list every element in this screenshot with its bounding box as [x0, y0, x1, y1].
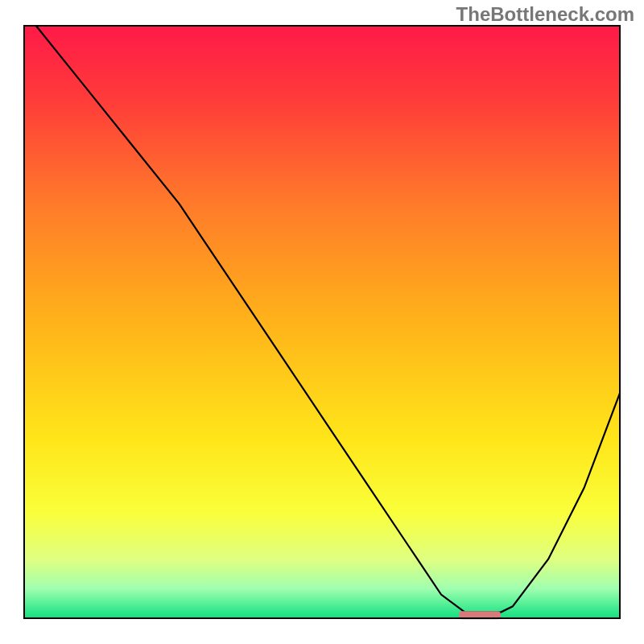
chart-background: [24, 26, 620, 618]
bottleneck-chart: TheBottleneck.com: [0, 0, 644, 644]
chart-svg: [0, 0, 644, 644]
watermark-text: TheBottleneck.com: [456, 3, 634, 26]
